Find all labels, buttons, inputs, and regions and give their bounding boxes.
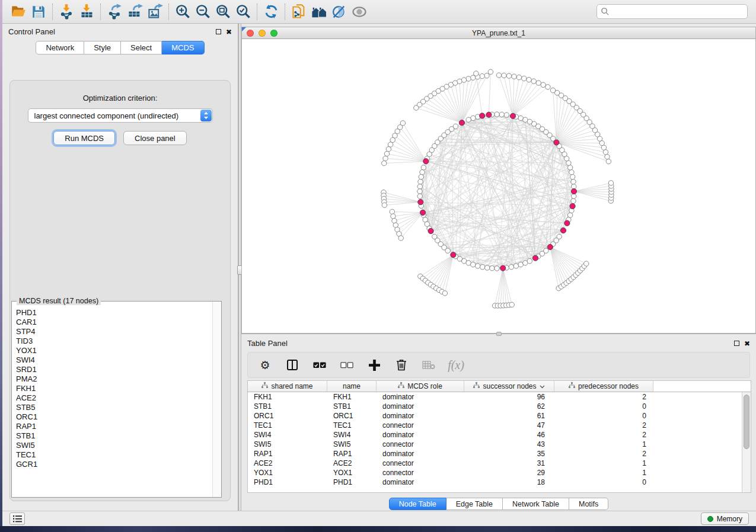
import-network-icon[interactable] [56,2,76,22]
cell-name: ORC1 [327,411,377,421]
function-builder-icon-disabled: f(x) [449,358,462,371]
tab-network-table[interactable]: Network Table [503,498,569,510]
mcds-result-list[interactable]: PHD1CAR1STP4TID3YOX1SWI4SRD1PMA2FKH1ACE2… [12,303,212,497]
column-header-successor-nodes[interactable]: successor nodes [464,381,554,392]
mcds-result-item[interactable]: STP4 [16,327,212,336]
mcds-result-item[interactable]: SWI4 [16,355,212,365]
run-mcds-button[interactable]: Run MCDS [53,131,115,145]
cell-name: STB1 [327,402,377,411]
save-session-icon[interactable] [28,2,49,22]
zoom-in-icon[interactable] [173,2,193,22]
column-header-predecessor-nodes[interactable]: predecessor nodes [554,381,653,392]
mcds-result-item[interactable]: STB5 [16,403,212,412]
cell-successor-nodes: 47 [464,421,554,430]
hide-graphics-details-icon[interactable] [329,2,349,22]
control-panel-title: Control Panel [8,27,55,36]
tab-node-table[interactable]: Node Table [389,498,446,510]
network-window-titlebar[interactable]: YPA_prune.txt_1 [242,27,755,39]
cell-predecessor-nodes: 2 [554,421,653,430]
cell-name: RAP1 [327,449,377,459]
column-type-icon [398,382,404,390]
search-input[interactable] [596,4,748,19]
table-scrollbar[interactable] [742,392,751,492]
mcds-result-item[interactable]: SWI5 [16,441,212,450]
zoom-out-icon[interactable] [193,2,213,22]
float-window-icon[interactable] [734,341,739,346]
table-panel-title: Table Panel [247,339,288,348]
cell-successor-nodes: 46 [464,430,554,440]
export-network-icon[interactable] [104,2,125,22]
tab-mcds[interactable]: MCDS [162,41,204,55]
table-scrollbar-thumb[interactable] [744,395,749,449]
mcds-result-item[interactable]: PHD1 [16,308,212,318]
mcds-result-item[interactable]: SRD1 [16,365,212,374]
tab-select[interactable]: Select [121,41,162,55]
column-header-MCDS-role[interactable]: MCDS role [377,381,464,392]
cell-shared-name: ACE2 [248,459,327,468]
export-table-icon[interactable] [125,2,145,22]
deselect-all-rows-icon[interactable] [340,358,353,371]
mcds-result-item[interactable]: ORC1 [16,412,212,422]
mcds-result-item[interactable]: CAR1 [16,318,212,327]
cell-shared-name: YOX1 [248,468,327,477]
tab-edge-table[interactable]: Edge Table [446,498,503,510]
export-to-web-icon[interactable] [289,2,309,22]
close-panel-button[interactable]: Close panel [123,131,187,145]
network-overview-icon[interactable] [309,2,329,22]
float-window-icon[interactable] [216,29,221,34]
cell-successor-nodes: 29 [464,468,554,477]
cell-predecessor-nodes: 2 [554,449,653,459]
cell-successor-nodes: 18 [464,477,554,487]
network-canvas[interactable] [242,39,755,333]
refresh-icon[interactable] [261,2,281,22]
task-history-button[interactable] [9,512,25,525]
column-label: MCDS role [407,382,442,390]
mcds-result-item[interactable]: FKH1 [16,384,212,393]
table-row[interactable]: SWI4SWI4dominator462 [248,430,742,440]
table-settings-icon[interactable]: ⚙ [259,358,272,371]
tab-style[interactable]: Style [84,41,121,55]
table-row[interactable]: FKH1FKH1dominator962 [248,392,742,402]
column-visibility-icon[interactable] [286,358,299,371]
mcds-result-item[interactable]: YOX1 [16,346,212,355]
memory-button[interactable]: Memory [701,512,749,525]
tab-network[interactable]: Network [36,41,84,55]
column-header-name[interactable]: name [327,381,377,392]
birds-eye-view-icon[interactable] [349,2,369,22]
table-row[interactable]: TEC1TEC1connector472 [248,421,742,430]
cell-shared-name: ORC1 [248,411,327,421]
cell-successor-nodes: 96 [464,392,554,402]
table-row[interactable]: SWI5SWI5connector431 [248,440,742,449]
mcds-result-item[interactable]: ACE2 [16,393,212,403]
export-image-icon[interactable] [145,2,165,22]
table-row[interactable]: RAP1RAP1dominator352 [248,449,742,459]
table-row[interactable]: STB1STB1dominator620 [248,402,742,411]
mcds-result-item[interactable]: PMA2 [16,374,212,384]
mcds-result-item[interactable]: GCR1 [16,460,212,469]
column-header-shared-name[interactable]: shared name [248,381,327,392]
import-table-icon[interactable] [76,2,97,22]
tab-motifs[interactable]: Motifs [569,498,608,510]
mcds-result-item[interactable]: STB1 [16,431,212,441]
table-row[interactable]: ACE2ACE2connector311 [248,459,742,468]
cell-name: TEC1 [327,421,377,430]
mcds-result-item[interactable]: TID3 [16,336,212,346]
optimization-criterion-select[interactable]: largest connected component (undirected) [28,108,213,123]
table-row[interactable]: YOX1YOX1connector291 [248,468,742,477]
select-all-rows-icon[interactable] [313,358,326,371]
table-row[interactable]: ORC1ORC1dominator610 [248,411,742,421]
close-panel-icon[interactable]: ✖ [744,340,750,347]
zoom-fit-icon[interactable] [213,2,233,22]
horizontal-splitter-handle[interactable] [496,332,502,336]
mcds-result-item[interactable]: RAP1 [16,422,212,431]
mcds-result-item[interactable]: TEC1 [16,450,212,460]
open-file-icon[interactable] [8,2,28,22]
delete-columns-icon[interactable] [395,358,408,371]
mcds-list-scrollbar[interactable] [212,302,221,497]
toolbar-separator [285,4,285,20]
add-column-icon[interactable] [368,358,381,371]
close-panel-icon[interactable]: ✖ [226,28,232,36]
column-type-icon [261,382,268,390]
zoom-selected-icon[interactable] [233,2,253,22]
table-row[interactable]: PHD1PHD1dominator180 [248,477,742,487]
